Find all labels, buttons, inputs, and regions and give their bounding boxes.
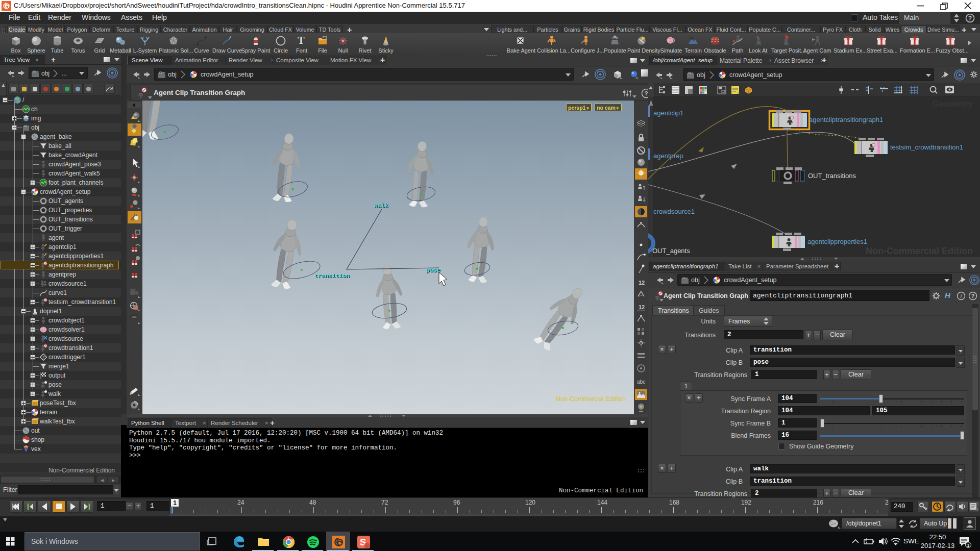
svg-text:abc: abc xyxy=(637,379,645,385)
svg-text:?: ? xyxy=(968,15,972,22)
svg-text:T: T xyxy=(298,35,305,46)
svg-text:walk: walk xyxy=(374,202,388,209)
svg-text:12: 12 xyxy=(639,280,645,286)
svg-text:pose: pose xyxy=(426,267,440,273)
svg-text:?: ? xyxy=(42,355,45,360)
svg-text:1: 1 xyxy=(967,543,969,548)
svg-text:?: ? xyxy=(645,90,648,96)
svg-text:12: 12 xyxy=(639,304,645,310)
svg-text:i: i xyxy=(961,293,962,299)
svg-text:transition: transition xyxy=(314,272,350,279)
svg-text:?: ? xyxy=(971,293,975,299)
